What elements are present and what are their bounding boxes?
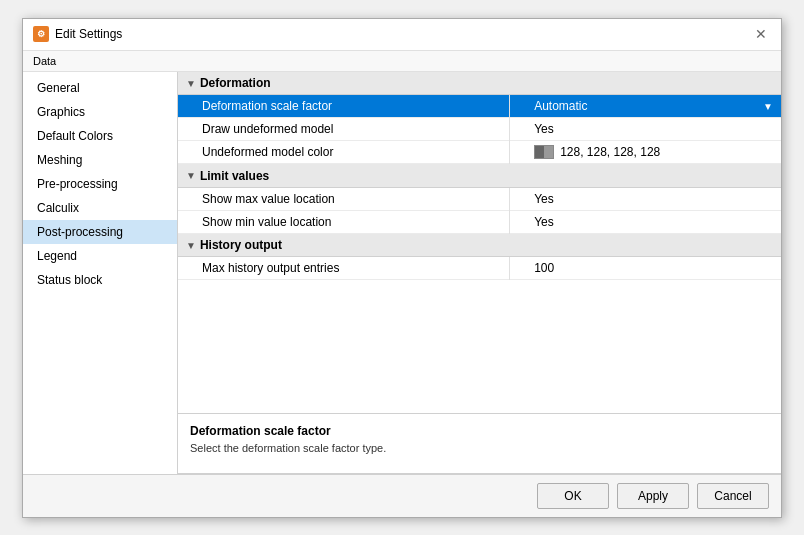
description-title: Deformation scale factor <box>190 424 769 438</box>
row-label-show-max: Show max value location <box>178 187 510 210</box>
section-label: Data <box>23 51 781 72</box>
dropdown-value-text: Automatic <box>534 99 587 113</box>
close-button[interactable]: ✕ <box>751 24 771 44</box>
apply-button[interactable]: Apply <box>617 483 689 509</box>
dropdown-deformation-scale[interactable]: Automatic ▼ <box>534 99 773 113</box>
row-value-show-max: Yes <box>510 187 781 210</box>
dialog-title: Edit Settings <box>55 27 122 41</box>
group-header-limit-values[interactable]: ▼ Limit values <box>178 164 781 188</box>
sidebar-item-meshing[interactable]: Meshing <box>23 148 177 172</box>
description-text: Select the deformation scale factor type… <box>190 442 769 454</box>
sidebar-item-status-block[interactable]: Status block <box>23 268 177 292</box>
footer: OK Apply Cancel <box>23 474 781 517</box>
row-value-max-history: 100 <box>510 257 781 280</box>
dialog-body: General Graphics Default Colors Meshing … <box>23 72 781 474</box>
row-value-show-min: Yes <box>510 210 781 233</box>
settings-area: ▼ Deformation Deformation scale factor A… <box>178 72 781 414</box>
sidebar: General Graphics Default Colors Meshing … <box>23 72 178 474</box>
sidebar-item-post-processing[interactable]: Post-processing <box>23 220 177 244</box>
description-area: Deformation scale factor Select the defo… <box>178 414 781 474</box>
group-deformation-label: Deformation <box>200 76 271 90</box>
chevron-history-icon: ▼ <box>186 240 196 251</box>
group-toggle-history[interactable]: ▼ History output <box>186 238 282 252</box>
row-value-draw-undeformed: Yes <box>510 118 781 141</box>
row-label-draw-undeformed: Draw undeformed model <box>178 118 510 141</box>
sidebar-item-pre-processing[interactable]: Pre-processing <box>23 172 177 196</box>
sidebar-item-graphics[interactable]: Graphics <box>23 100 177 124</box>
settings-table: ▼ Deformation Deformation scale factor A… <box>178 72 781 281</box>
group-toggle-deformation[interactable]: ▼ Deformation <box>186 76 271 90</box>
title-bar: ⚙ Edit Settings ✕ <box>23 19 781 51</box>
main-content: ▼ Deformation Deformation scale factor A… <box>178 72 781 474</box>
color-value-text: 128, 128, 128, 128 <box>560 145 660 159</box>
chevron-limit-icon: ▼ <box>186 170 196 181</box>
row-label-max-history: Max history output entries <box>178 257 510 280</box>
ok-button[interactable]: OK <box>537 483 609 509</box>
color-swatch-icon[interactable] <box>534 145 554 159</box>
group-limit-values-label: Limit values <box>200 169 269 183</box>
group-toggle-limit-values[interactable]: ▼ Limit values <box>186 169 269 183</box>
color-value-cell: 128, 128, 128, 128 <box>534 145 773 159</box>
dropdown-arrow-icon: ▼ <box>763 101 773 112</box>
cancel-button[interactable]: Cancel <box>697 483 769 509</box>
row-deformation-scale-factor[interactable]: Deformation scale factor Automatic ▼ <box>178 95 781 118</box>
row-max-history-entries[interactable]: Max history output entries 100 <box>178 257 781 280</box>
group-history-label: History output <box>200 238 282 252</box>
sidebar-item-legend[interactable]: Legend <box>23 244 177 268</box>
row-undeformed-model-color[interactable]: Undeformed model color 128, 128, 128, 12… <box>178 141 781 164</box>
chevron-deformation-icon: ▼ <box>186 78 196 89</box>
sidebar-item-default-colors[interactable]: Default Colors <box>23 124 177 148</box>
group-header-deformation[interactable]: ▼ Deformation <box>178 72 781 95</box>
edit-settings-dialog: ⚙ Edit Settings ✕ Data General Graphics … <box>22 18 782 518</box>
title-bar-left: ⚙ Edit Settings <box>33 26 122 42</box>
row-value-deformation-scale-factor[interactable]: Automatic ▼ <box>510 95 781 118</box>
row-label-undeformed-color: Undeformed model color <box>178 141 510 164</box>
row-label-deformation-scale-factor: Deformation scale factor <box>178 95 510 118</box>
row-show-max-value[interactable]: Show max value location Yes <box>178 187 781 210</box>
row-show-min-value[interactable]: Show min value location Yes <box>178 210 781 233</box>
row-label-show-min: Show min value location <box>178 210 510 233</box>
row-draw-undeformed-model[interactable]: Draw undeformed model Yes <box>178 118 781 141</box>
app-icon: ⚙ <box>33 26 49 42</box>
sidebar-item-general[interactable]: General <box>23 76 177 100</box>
close-icon: ✕ <box>755 26 767 42</box>
sidebar-item-calculix[interactable]: Calculix <box>23 196 177 220</box>
row-value-undeformed-color[interactable]: 128, 128, 128, 128 <box>510 141 781 164</box>
group-header-history-output[interactable]: ▼ History output <box>178 233 781 257</box>
